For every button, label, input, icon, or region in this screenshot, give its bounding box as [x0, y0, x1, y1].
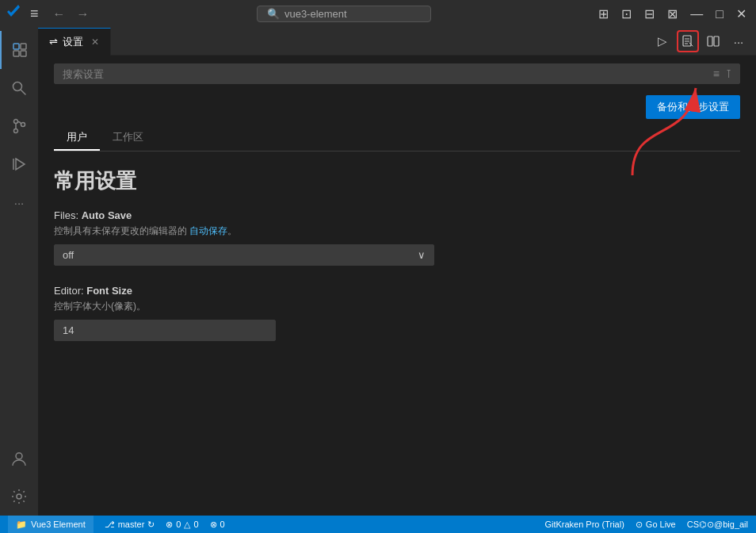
setting-fontsize-prefix: Editor: [54, 285, 86, 297]
status-errors[interactable]: ⊗ 0 △ 0 [166, 520, 198, 530]
titlebar-search[interactable]: 🔍 vue3-element [257, 6, 431, 22]
status-info[interactable]: ⊗ 0 [210, 520, 225, 530]
svg-point-12 [17, 494, 21, 499]
golive-label: Go Live [646, 520, 676, 529]
app-body: ··· ⇌ 设置 ✕ ▷ [0, 28, 756, 516]
setting-autosave-prefix: Files: [54, 209, 82, 221]
backup-sync-button[interactable]: 备份和同步设置 [646, 95, 740, 119]
settings-content: ≡ ⊺ 备份和同步设置 用户 工作区 常用设置 Files: Auto Save [38, 56, 756, 516]
maximize-button[interactable]: □ [712, 6, 727, 23]
branch-label: master [118, 520, 145, 529]
titlebar-center: 🔍 vue3-element [93, 6, 596, 22]
autosave-dropdown[interactable]: off ∨ [54, 244, 434, 266]
nav-back-button[interactable]: ← [50, 6, 69, 23]
activity-bar: ··· [0, 28, 38, 516]
tab-actions: ▷ ··· [651, 30, 750, 52]
encoding-label: CS⌬⊙@big_ail [687, 520, 748, 530]
svg-rect-1 [21, 44, 26, 49]
menu-icon[interactable]: ≡ [30, 6, 39, 22]
split-editor-button[interactable] [702, 30, 724, 52]
svg-rect-3 [21, 51, 26, 56]
titlebar: ≡ ← → 🔍 vue3-element ⊞ ⊡ ⊟ ⊠ — □ ✕ [0, 0, 756, 28]
tab-bar: ⇌ 设置 ✕ ▷ [38, 28, 756, 56]
settings-search-bar[interactable]: ≡ ⊺ [54, 63, 740, 84]
tab-workspace[interactable]: 工作区 [100, 125, 156, 151]
status-branch[interactable]: ⎇ master ↻ [105, 520, 155, 530]
search-icon: 🔍 [267, 8, 280, 20]
activity-item-extensions[interactable]: ··· [0, 183, 38, 221]
svg-marker-9 [16, 159, 25, 170]
fontsize-input[interactable] [54, 320, 276, 341]
svg-rect-2 [13, 51, 19, 56]
svg-point-4 [13, 82, 22, 91]
setting-fontsize-bold: Font Size [86, 285, 132, 297]
close-button[interactable]: ✕ [733, 5, 750, 23]
titlebar-left: ≡ ← → [6, 4, 93, 24]
warnings-icon: △ [184, 520, 190, 530]
more-actions-button[interactable]: ··· [727, 30, 750, 52]
settings-tabs: 用户 工作区 [54, 125, 740, 151]
setting-autosave-desc-text: 控制具有未保存更改的编辑器的 [54, 225, 189, 236]
svg-rect-18 [708, 36, 712, 46]
svg-rect-0 [13, 44, 19, 49]
layout-icon-1[interactable]: ⊞ [595, 5, 612, 23]
main-area: ⇌ 设置 ✕ ▷ [38, 28, 756, 516]
layout-icon-4[interactable]: ⊠ [664, 5, 681, 23]
status-gitkraken[interactable]: GitKraken Pro (Trial) [544, 520, 624, 529]
tab-settings-icon: ⇌ [49, 36, 58, 48]
sync-icon: ↻ [147, 520, 155, 530]
svg-point-7 [14, 129, 18, 133]
activity-item-explorer[interactable] [0, 31, 38, 69]
golive-icon: ⊙ [636, 520, 643, 530]
errors-icon: ⊗ [166, 520, 173, 530]
setting-editor-fontsize: Editor: Font Size 控制字体大小(像素)。 [54, 285, 740, 341]
setting-autosave-label: Files: Auto Save [54, 209, 740, 221]
status-bar: 📁 Vue3 Element ⎇ master ↻ ⊗ 0 △ 0 ⊗ 0 Gi… [0, 516, 756, 533]
activity-item-source-control[interactable] [0, 107, 38, 145]
titlebar-search-text: vue3-element [284, 8, 347, 20]
section-heading: 常用设置 [54, 167, 740, 195]
status-golive[interactable]: ⊙ Go Live [636, 520, 676, 530]
info-icon: ⊗ [210, 520, 217, 530]
tab-user[interactable]: 用户 [54, 125, 100, 151]
backup-btn-row: 备份和同步设置 [54, 95, 740, 119]
warnings-count: 0 [193, 520, 198, 529]
layout-icon-2[interactable]: ⊡ [618, 5, 635, 23]
layout-icon-3[interactable]: ⊟ [641, 5, 658, 23]
activity-item-run[interactable] [0, 145, 38, 183]
clear-search-icon: ≡ [713, 67, 720, 80]
setting-autosave-bold: Auto Save [82, 209, 132, 221]
activity-item-search[interactable] [0, 69, 38, 107]
autosave-link[interactable]: 自动保存 [189, 225, 227, 236]
search-icons: ≡ ⊺ [713, 67, 731, 80]
branch-icon: ⎇ [105, 520, 115, 530]
run-button[interactable]: ▷ [651, 30, 674, 52]
folder-label: Vue3 Element [31, 520, 86, 529]
tab-settings[interactable]: ⇌ 设置 ✕ [38, 28, 111, 56]
open-settings-json-button[interactable] [677, 30, 699, 52]
filter-icon: ⊺ [726, 67, 731, 80]
vscode-icon [6, 4, 22, 24]
folder-icon: 📁 [16, 520, 27, 530]
activity-item-account[interactable] [0, 439, 38, 477]
svg-point-11 [16, 453, 22, 459]
tab-close-button[interactable]: ✕ [91, 36, 99, 48]
svg-rect-19 [714, 36, 719, 46]
setting-autosave-desc-suffix: 。 [227, 225, 237, 236]
activity-item-settings[interactable] [0, 477, 38, 516]
search-input[interactable] [63, 68, 707, 80]
chevron-down-icon: ∨ [418, 249, 426, 261]
setting-fontsize-label: Editor: Font Size [54, 285, 740, 297]
tab-settings-label: 设置 [63, 35, 83, 49]
gitkraken-label: GitKraken Pro (Trial) [544, 520, 624, 529]
setting-fontsize-desc: 控制字体大小(像素)。 [54, 300, 740, 313]
status-encoding[interactable]: CS⌬⊙@big_ail [687, 520, 748, 530]
minimize-button[interactable]: — [687, 6, 706, 23]
setting-autosave-desc: 控制具有未保存更改的编辑器的 自动保存。 [54, 224, 740, 238]
nav-forward-button[interactable]: → [74, 6, 93, 23]
svg-line-5 [21, 90, 26, 95]
autosave-value: off [63, 249, 74, 261]
status-folder[interactable]: 📁 Vue3 Element [8, 516, 94, 533]
titlebar-right: ⊞ ⊡ ⊟ ⊠ — □ ✕ [595, 5, 750, 23]
titlebar-nav: ← → [50, 6, 93, 23]
